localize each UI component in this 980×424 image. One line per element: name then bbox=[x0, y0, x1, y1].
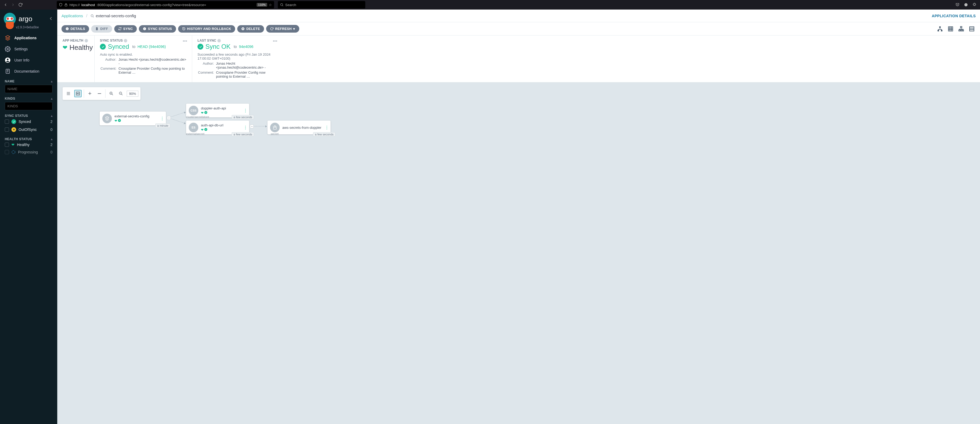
sync-to-label: to bbox=[234, 44, 237, 49]
filter-label: Healthy bbox=[17, 143, 29, 147]
sync-button[interactable]: SYNC bbox=[114, 25, 137, 33]
filter-label: OutOfSync bbox=[19, 127, 37, 132]
filter-count: 0 bbox=[50, 127, 52, 132]
node-menu-icon[interactable]: ⋮ bbox=[243, 108, 248, 113]
filter-kinds-header[interactable]: KINDS▴ bbox=[5, 97, 52, 100]
collapse-toggle[interactable]: − bbox=[167, 116, 171, 120]
filter-sync-header[interactable]: SYNC STATUS▴ bbox=[5, 114, 52, 118]
collapse-toggle[interactable]: − bbox=[250, 125, 254, 128]
checkbox[interactable] bbox=[5, 150, 9, 154]
node-menu-icon[interactable]: ⋮ bbox=[325, 125, 329, 130]
filter-count: 2 bbox=[50, 143, 52, 147]
sidebar-collapse-icon[interactable] bbox=[48, 16, 54, 22]
lastsync-comment: Crossplane Provider Config now pointing … bbox=[216, 70, 277, 78]
app-layers-icon bbox=[102, 114, 112, 123]
sync-status-value: Synced bbox=[108, 43, 129, 50]
grid-view-icon[interactable] bbox=[947, 26, 955, 32]
sidebar-item-settings[interactable]: Settings bbox=[0, 43, 57, 55]
close-circle-icon bbox=[241, 27, 245, 30]
account-icon[interactable] bbox=[963, 2, 969, 8]
details-button[interactable]: DETAILS bbox=[62, 25, 89, 33]
bookmark-star-icon[interactable]: ☆ bbox=[269, 3, 272, 7]
breadcrumb-current: external-secrets-config bbox=[91, 14, 136, 18]
node-kind: clustersecretstore bbox=[186, 115, 209, 119]
history-button[interactable]: HISTORY AND ROLLBACK bbox=[178, 25, 235, 33]
sidebar-item-applications[interactable]: Applications bbox=[0, 32, 57, 43]
check-circle-icon bbox=[204, 128, 207, 131]
svg-rect-10 bbox=[67, 29, 67, 29]
node-menu-icon[interactable]: ⋮ bbox=[243, 125, 248, 130]
chevron-down-icon: ▾ bbox=[293, 27, 295, 31]
tree-canvas[interactable]: + − 90% external-secrets-config ❤ bbox=[57, 83, 980, 424]
svg-rect-16 bbox=[939, 26, 941, 27]
filter-healthy-row[interactable]: ❤ Healthy 2 bbox=[5, 141, 52, 148]
filter-progressing-row[interactable]: Progressing 0 bbox=[5, 148, 52, 156]
secret-icon bbox=[270, 123, 280, 132]
sync-author: Jonas Hecht <jonas.hecht@codecentric.de>… bbox=[118, 57, 187, 65]
browser-chrome: https://localhost:8080/applications/argo… bbox=[0, 0, 980, 10]
arrow-up-circle-icon bbox=[11, 127, 16, 132]
delete-button[interactable]: DELETE bbox=[237, 25, 264, 33]
browser-search[interactable]: Search bbox=[278, 1, 365, 8]
filter-kinds-input[interactable] bbox=[5, 102, 52, 110]
filter-outofsync-row[interactable]: OutOfSync 0 bbox=[5, 125, 52, 133]
forward-icon[interactable] bbox=[10, 2, 16, 8]
list-view-icon[interactable] bbox=[968, 26, 976, 32]
application-details-button[interactable]: APPLICATION DETAILS bbox=[932, 14, 976, 18]
back-icon[interactable] bbox=[3, 2, 8, 8]
autosync-note: Auto sync is enabled. bbox=[100, 52, 187, 56]
diff-button[interactable]: DIFF bbox=[91, 25, 112, 33]
svg-rect-11 bbox=[67, 28, 67, 28]
zoom-chip[interactable]: 110% bbox=[256, 3, 267, 6]
age-chip: a few seconds bbox=[232, 115, 254, 119]
check-circle-icon bbox=[11, 119, 16, 124]
info-icon[interactable] bbox=[124, 39, 127, 43]
svg-rect-18 bbox=[941, 30, 943, 31]
argo-logo-icon bbox=[4, 13, 16, 25]
node-kind: externalsecret bbox=[186, 132, 204, 135]
reload-icon[interactable] bbox=[18, 2, 23, 8]
heart-icon: ❤ bbox=[201, 111, 204, 115]
node-menu-icon[interactable]: ⋮ bbox=[160, 116, 164, 121]
history-icon bbox=[182, 27, 186, 30]
svg-rect-24 bbox=[970, 27, 974, 31]
svg-rect-17 bbox=[938, 30, 939, 31]
checkbox[interactable] bbox=[5, 119, 9, 124]
node-title: external-secrets-config bbox=[115, 114, 150, 118]
pocket-icon[interactable] bbox=[955, 2, 960, 8]
sidebar-item-userinfo[interactable]: User Info bbox=[0, 55, 57, 66]
node-title: doppler-auth-api bbox=[201, 106, 226, 110]
url-path: :8080/applications/argocd/external-secre… bbox=[97, 3, 206, 7]
lastsync-revision[interactable]: 94e4096 bbox=[239, 44, 253, 49]
filter-health-header[interactable]: HEALTH STATUS▴ bbox=[5, 137, 52, 141]
checkbox[interactable] bbox=[5, 127, 9, 132]
extensions-icon[interactable] bbox=[972, 2, 977, 8]
more-icon[interactable]: ••• bbox=[183, 39, 187, 43]
network-view-icon[interactable] bbox=[958, 26, 965, 32]
lastsync-value: Sync OK bbox=[205, 43, 231, 50]
nav-label: Settings bbox=[14, 47, 28, 51]
check-circle-icon bbox=[100, 44, 106, 49]
sync-status-button[interactable]: SYNC STATUS bbox=[139, 25, 176, 33]
filter-synced-row[interactable]: Synced 2 bbox=[5, 118, 52, 125]
layers-icon bbox=[5, 35, 11, 41]
tree-view-icon[interactable] bbox=[937, 26, 944, 32]
heart-icon: ❤ bbox=[201, 128, 204, 132]
sync-revision[interactable]: HEAD (94e4096) bbox=[138, 44, 166, 49]
refresh-button[interactable]: REFRESH ▾ bbox=[266, 25, 299, 33]
filter-name-input[interactable] bbox=[5, 85, 52, 93]
breadcrumb-bar: Applications / external-secrets-config A… bbox=[57, 10, 980, 22]
more-icon[interactable]: ••• bbox=[273, 39, 277, 43]
sync-icon bbox=[118, 27, 122, 30]
url-bar[interactable]: https://localhost:8080/applications/argo… bbox=[57, 1, 274, 8]
filter-name-header[interactable]: NAME▴ bbox=[5, 79, 52, 83]
lock-icon bbox=[64, 3, 68, 6]
breadcrumb-root[interactable]: Applications bbox=[62, 14, 83, 18]
search-icon[interactable] bbox=[91, 14, 94, 18]
info-icon[interactable] bbox=[84, 39, 88, 43]
checkbox[interactable] bbox=[5, 143, 9, 147]
sidebar-item-documentation[interactable]: Documentation bbox=[0, 66, 57, 77]
info-icon[interactable] bbox=[217, 39, 221, 43]
node-title: auth-api-db-url bbox=[201, 123, 223, 127]
check-circle-icon bbox=[118, 119, 121, 122]
